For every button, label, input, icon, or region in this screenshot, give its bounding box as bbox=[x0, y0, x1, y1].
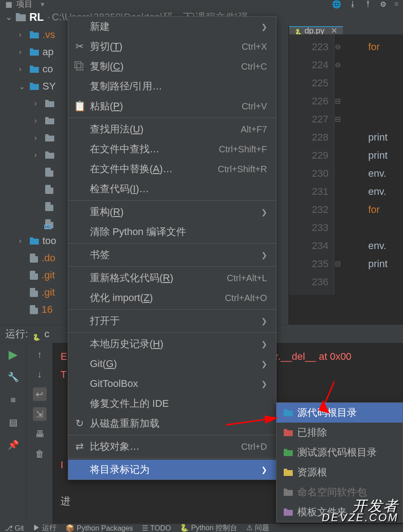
menu-item[interactable]: 书签❯ bbox=[68, 245, 276, 265]
chevron-icon[interactable]: › bbox=[19, 48, 27, 56]
menu-item[interactable]: ↻从磁盘重新加载 bbox=[68, 414, 276, 433]
fold-icon[interactable]: ⊖ bbox=[335, 61, 342, 69]
line-number[interactable]: 234 bbox=[289, 237, 334, 255]
tree-item-label: 16 bbox=[42, 304, 52, 315]
statusbar-issues[interactable]: ⚠ 问题 bbox=[246, 523, 269, 532]
up-arrow-icon[interactable]: ↑ bbox=[33, 348, 47, 361]
menu-item[interactable]: 在文件中替换(A)…Ctrl+Shift+R bbox=[68, 159, 276, 179]
git-branch-icon[interactable]: ⎇ Git bbox=[5, 524, 24, 532]
code-line[interactable]: for bbox=[368, 38, 403, 56]
code-line[interactable]: print bbox=[368, 128, 403, 146]
code-line[interactable] bbox=[368, 92, 403, 110]
line-number[interactable]: 232 bbox=[289, 201, 334, 219]
menu-item[interactable]: ✂剪切(T)Ctrl+X bbox=[68, 37, 276, 56]
submenu-item[interactable]: 已排除 bbox=[276, 423, 403, 443]
code-line[interactable] bbox=[368, 273, 403, 291]
chevron-icon[interactable]: ⌄ bbox=[19, 82, 27, 91]
line-number[interactable]: 229 bbox=[289, 146, 334, 165]
menu-item[interactable]: 查找用法(U)Alt+F7 bbox=[68, 119, 276, 139]
line-number[interactable]: 230 bbox=[289, 165, 334, 183]
menu-item[interactable]: 优化 import(Z)Ctrl+Alt+O bbox=[68, 288, 276, 308]
wrench-icon[interactable]: 🔧 bbox=[6, 370, 20, 384]
chevron-icon[interactable]: › bbox=[34, 134, 42, 142]
menu-item[interactable]: 📋粘贴(P)Ctrl+V bbox=[68, 96, 276, 116]
code-line[interactable]: print bbox=[368, 146, 403, 165]
fold-icon[interactable]: ⊟ bbox=[335, 259, 342, 268]
menu-item[interactable]: 复制路径/引用… bbox=[68, 76, 276, 96]
wrap-icon[interactable]: ↩ bbox=[33, 387, 47, 401]
line-number[interactable]: 233 bbox=[289, 219, 334, 237]
layout-icon[interactable]: ▤ bbox=[6, 415, 20, 429]
menu-item[interactable]: 在文件中查找…Ctrl+Shift+F bbox=[68, 139, 276, 159]
submenu-item[interactable]: 资源根 bbox=[276, 462, 403, 482]
submenu-item[interactable]: 测试源代码根目录 bbox=[276, 443, 403, 462]
upload-icon[interactable]: ⭱ bbox=[365, 0, 372, 9]
menu-item[interactable]: 将目录标记为❯ bbox=[68, 460, 276, 480]
menu-item[interactable]: Git(G)❯ bbox=[68, 354, 276, 374]
menu-item-label: 剪切(T) bbox=[90, 40, 122, 53]
line-number[interactable]: 227 bbox=[289, 110, 334, 128]
line-number[interactable]: 228 bbox=[289, 128, 334, 146]
print-icon[interactable]: 🖶 bbox=[33, 427, 47, 441]
code-line[interactable]: env. bbox=[368, 183, 403, 201]
globe-icon[interactable]: 🌐 bbox=[332, 0, 341, 9]
statusbar-console[interactable]: 🐍 Python 控制台 bbox=[180, 523, 237, 532]
menu-item[interactable]: 修复文件上的 IDE bbox=[68, 394, 276, 414]
download-icon[interactable]: ⭳ bbox=[349, 0, 356, 9]
gear-icon[interactable]: ⚙ bbox=[380, 0, 386, 9]
line-number[interactable]: 223 bbox=[289, 38, 334, 56]
fold-icon[interactable]: ⊖ bbox=[335, 42, 342, 51]
code-line[interactable] bbox=[368, 56, 403, 74]
chevron-icon[interactable]: › bbox=[34, 151, 42, 159]
code-line[interactable] bbox=[368, 110, 403, 128]
menu-item[interactable]: ⿻复制(C)Ctrl+C bbox=[68, 56, 276, 76]
menu-item[interactable]: ⇄比较对象…Ctrl+D bbox=[68, 437, 276, 457]
menu-item[interactable]: GitToolBox❯ bbox=[68, 374, 276, 394]
menu-item[interactable]: 本地历史记录(H)❯ bbox=[68, 334, 276, 354]
menu-icon[interactable]: ≡ bbox=[394, 0, 398, 9]
statusbar-run[interactable]: ▶ 运行 bbox=[33, 523, 56, 532]
scroll-icon[interactable]: ⇲ bbox=[33, 407, 47, 421]
chevron-down-icon[interactable]: ⌄ bbox=[5, 12, 12, 22]
down-arrow-icon[interactable]: ↓ bbox=[33, 367, 47, 381]
code-line[interactable]: env. bbox=[368, 237, 403, 255]
code-line[interactable]: print bbox=[368, 255, 403, 273]
code-line[interactable] bbox=[368, 219, 403, 237]
menu-item[interactable]: 重构(R)❯ bbox=[68, 202, 276, 222]
line-number[interactable]: 226 bbox=[289, 92, 334, 110]
line-number[interactable]: 235 bbox=[289, 255, 334, 273]
code-line[interactable]: for bbox=[368, 201, 403, 219]
line-number[interactable]: 224 bbox=[289, 56, 334, 74]
code-line[interactable]: env. bbox=[368, 165, 403, 183]
pin-icon[interactable]: 📌 bbox=[6, 438, 20, 452]
statusbar-todo[interactable]: ☰ TODO bbox=[142, 524, 171, 532]
stop-icon[interactable]: ■ bbox=[6, 393, 20, 406]
editor-code[interactable]: for printprintenv.env.for env.print bbox=[368, 34, 403, 291]
line-number[interactable]: 231 bbox=[289, 183, 334, 201]
menu-item[interactable]: 重新格式化代码(R)Ctrl+Alt+L bbox=[68, 268, 276, 288]
folder-icon bbox=[45, 100, 54, 107]
line-number[interactable]: 236 bbox=[289, 273, 334, 291]
editor-tab[interactable]: dp.py ✕ bbox=[289, 26, 343, 34]
chevron-icon[interactable]: › bbox=[19, 65, 27, 73]
fold-icon[interactable]: ⊟ bbox=[335, 97, 342, 105]
line-number[interactable]: 225 bbox=[289, 74, 334, 92]
delete-icon[interactable]: 🗑 bbox=[33, 447, 47, 461]
chevron-icon[interactable]: › bbox=[19, 31, 27, 39]
chevron-icon[interactable]: › bbox=[34, 99, 42, 108]
menu-item[interactable]: 清除 Python 编译文件 bbox=[68, 222, 276, 242]
menu-item[interactable]: 检查代码(I)… bbox=[68, 179, 276, 199]
chevron-icon[interactable]: › bbox=[34, 117, 42, 125]
statusbar-packages[interactable]: 📦 Python Packages bbox=[66, 524, 133, 532]
fold-icon[interactable]: ⊟ bbox=[335, 115, 342, 123]
breadcrumb-root[interactable]: RL bbox=[29, 11, 44, 24]
code-line[interactable] bbox=[368, 74, 403, 92]
menu-icon: ↻ bbox=[75, 419, 84, 428]
chevron-icon[interactable]: › bbox=[19, 237, 27, 245]
play-icon[interactable]: ▶ bbox=[6, 348, 20, 361]
chevron-down-icon[interactable]: ▾ bbox=[41, 0, 44, 9]
context-menu[interactable]: 新建❯✂剪切(T)Ctrl+X⿻复制(C)Ctrl+C复制路径/引用…📋粘贴(P… bbox=[68, 16, 276, 480]
menu-item[interactable]: 打开于❯ bbox=[68, 311, 276, 331]
menu-item[interactable]: 新建❯ bbox=[68, 17, 276, 37]
submenu-item[interactable]: 源代码根目录 bbox=[276, 403, 403, 423]
